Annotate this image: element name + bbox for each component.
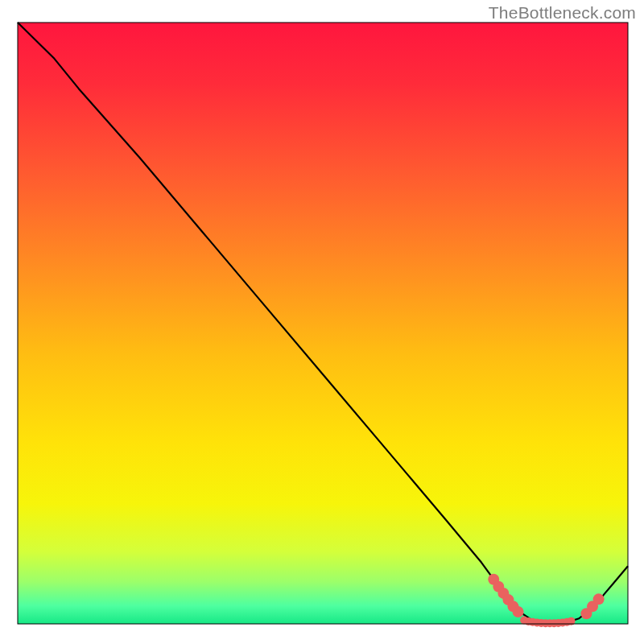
svg-rect-0 [18, 23, 628, 624]
data-point [513, 606, 524, 617]
source-attribution: TheBottleneck.com [489, 3, 636, 23]
bottleneck-chart [0, 0, 644, 644]
data-point [593, 593, 605, 605]
